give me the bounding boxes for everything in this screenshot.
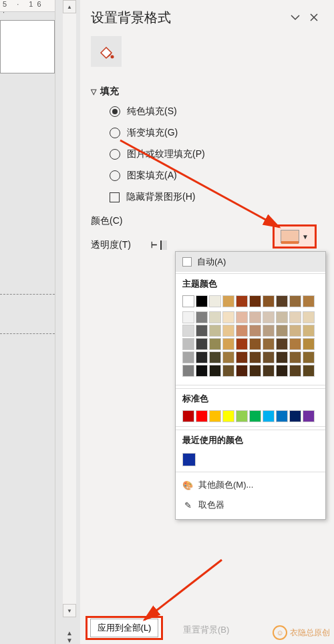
chevron-down-icon: ▽: [91, 88, 96, 96]
color-swatch[interactable]: [276, 325, 288, 337]
standard-colors-header: 标准色: [176, 388, 325, 409]
color-swatch[interactable]: [182, 410, 194, 422]
color-swatch[interactable]: [289, 351, 301, 363]
color-swatch[interactable]: [289, 410, 301, 422]
color-swatch[interactable]: [249, 311, 261, 323]
fill-option-pattern[interactable]: 图案填充(A): [110, 170, 323, 182]
collapse-panel-icon[interactable]: [286, 8, 305, 27]
color-swatch[interactable]: [289, 295, 301, 307]
color-swatch[interactable]: [182, 453, 196, 466]
color-swatch[interactable]: [303, 410, 315, 422]
slide-thumbnail[interactable]: [0, 20, 55, 73]
color-swatch[interactable]: [222, 365, 234, 377]
color-swatch[interactable]: [196, 365, 208, 377]
color-swatch[interactable]: [222, 338, 234, 350]
color-swatch[interactable]: [222, 410, 234, 422]
color-swatch[interactable]: [209, 311, 221, 323]
color-swatch[interactable]: [196, 351, 208, 363]
color-swatch[interactable]: [196, 410, 208, 422]
color-swatch[interactable]: [209, 338, 221, 350]
color-swatch[interactable]: [182, 325, 194, 337]
color-swatch[interactable]: [289, 338, 301, 350]
vertical-scrollbar[interactable]: [63, 13, 76, 604]
apply-to-all-highlight: 应用到全部(L): [86, 616, 163, 640]
color-swatch[interactable]: [263, 325, 275, 337]
color-swatch[interactable]: [196, 295, 208, 307]
fill-section-label: 填充: [100, 86, 119, 98]
color-swatch[interactable]: [236, 295, 248, 307]
color-swatch[interactable]: [263, 338, 275, 350]
color-swatch[interactable]: [209, 325, 221, 337]
watermark-logo-icon: ☺: [273, 625, 287, 640]
color-swatch[interactable]: [249, 351, 261, 363]
more-colors-option[interactable]: 🎨其他颜色(M)...: [176, 475, 325, 495]
color-swatch[interactable]: [303, 295, 315, 307]
color-swatch[interactable]: [182, 365, 194, 377]
color-swatch[interactable]: [249, 325, 261, 337]
color-swatch[interactable]: [263, 311, 275, 323]
fill-option-gradient[interactable]: 渐变填充(G): [110, 127, 323, 139]
color-swatch[interactable]: [263, 410, 275, 422]
fill-option-solid[interactable]: 纯色填充(S): [110, 106, 323, 118]
color-swatch[interactable]: [209, 410, 221, 422]
color-swatch[interactable]: [276, 338, 288, 350]
color-swatch[interactable]: [196, 325, 208, 337]
color-swatch[interactable]: [209, 295, 221, 307]
scroll-up-button[interactable]: ▲: [63, 0, 76, 13]
color-swatch[interactable]: [182, 295, 194, 307]
fill-section-header[interactable]: ▽ 填充: [91, 86, 323, 98]
color-swatch[interactable]: [236, 410, 248, 422]
color-swatch[interactable]: [182, 311, 194, 323]
color-swatch[interactable]: [303, 325, 315, 337]
color-swatch[interactable]: [303, 351, 315, 363]
color-swatch[interactable]: [263, 295, 275, 307]
color-swatch[interactable]: [276, 365, 288, 377]
color-swatch[interactable]: [182, 338, 194, 350]
color-swatch[interactable]: [276, 311, 288, 323]
prev-next-slide-buttons[interactable]: ▲▼: [63, 629, 76, 644]
color-swatch[interactable]: [236, 311, 248, 323]
slide-boundary-guides: [0, 294, 55, 334]
color-swatch[interactable]: [222, 295, 234, 307]
color-swatch[interactable]: [276, 410, 288, 422]
color-swatch[interactable]: [289, 365, 301, 377]
color-swatch[interactable]: [182, 351, 194, 363]
transparency-slider[interactable]: ⊢: [151, 240, 167, 250]
color-swatch[interactable]: [249, 410, 261, 422]
color-swatch[interactable]: [222, 351, 234, 363]
scroll-down-button[interactable]: ▼: [63, 604, 76, 617]
fill-option-picture[interactable]: 图片或纹理填充(P): [110, 148, 323, 160]
color-swatch[interactable]: [276, 351, 288, 363]
color-swatch[interactable]: [236, 351, 248, 363]
color-swatch[interactable]: [289, 311, 301, 323]
color-swatch[interactable]: [249, 365, 261, 377]
close-panel-icon[interactable]: [305, 8, 323, 27]
fill-category-icon[interactable]: [91, 36, 122, 67]
color-swatch[interactable]: [303, 311, 315, 323]
color-swatch[interactable]: [196, 338, 208, 350]
color-auto-option[interactable]: 自动(A): [176, 252, 325, 272]
eyedropper-option[interactable]: ✎取色器: [176, 495, 325, 515]
color-swatch[interactable]: [236, 325, 248, 337]
color-swatch[interactable]: [222, 311, 234, 323]
color-swatch[interactable]: [303, 365, 315, 377]
palette-icon: 🎨: [182, 480, 193, 490]
color-swatch[interactable]: [209, 351, 221, 363]
color-swatch[interactable]: [236, 365, 248, 377]
color-picker-button[interactable]: ▼: [273, 224, 317, 249]
radio-icon: [110, 170, 120, 181]
color-swatch[interactable]: [249, 338, 261, 350]
color-swatch[interactable]: [263, 365, 275, 377]
apply-to-all-button[interactable]: 应用到全部(L): [90, 619, 159, 637]
color-swatch[interactable]: [249, 295, 261, 307]
color-swatch[interactable]: [196, 311, 208, 323]
reset-background-button[interactable]: 重置背景(B): [183, 624, 229, 636]
color-swatch[interactable]: [276, 295, 288, 307]
color-swatch[interactable]: [209, 365, 221, 377]
color-swatch[interactable]: [222, 325, 234, 337]
color-swatch[interactable]: [263, 351, 275, 363]
hide-background-graphics-checkbox[interactable]: 隐藏背景图形(H): [110, 191, 323, 203]
color-swatch[interactable]: [289, 325, 301, 337]
color-swatch[interactable]: [236, 338, 248, 350]
color-swatch[interactable]: [303, 338, 315, 350]
